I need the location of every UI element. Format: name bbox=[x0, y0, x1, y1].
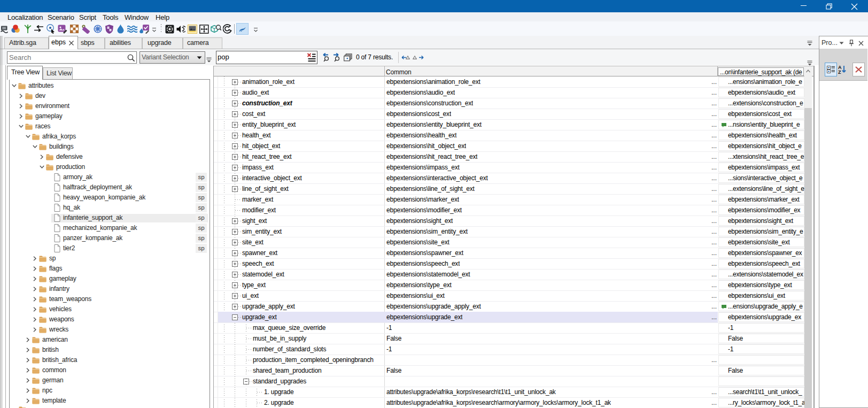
svg-text:Z: Z bbox=[838, 70, 841, 75]
